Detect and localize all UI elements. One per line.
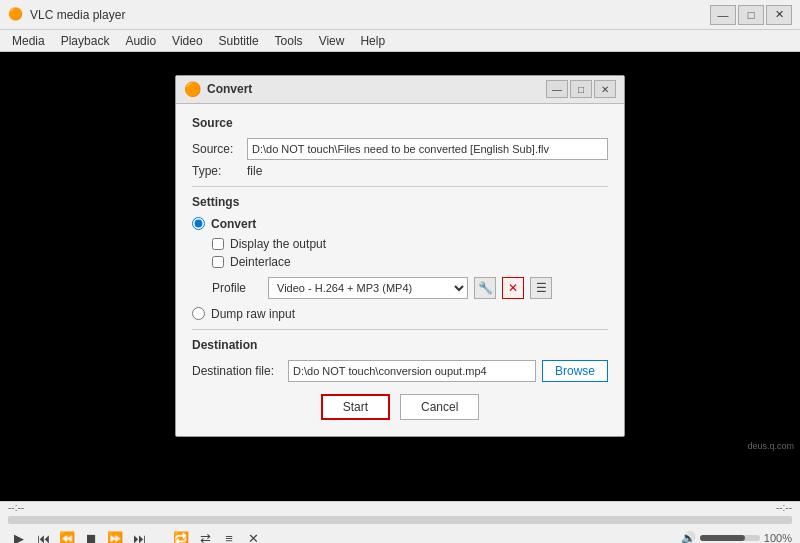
type-label: Type: bbox=[192, 164, 247, 178]
source-section: Source Source: Type: file bbox=[192, 116, 608, 178]
cancel-button[interactable]: Cancel bbox=[400, 394, 479, 420]
time-labels: --:-- --:-- bbox=[0, 502, 800, 513]
stop-button[interactable]: ⏹ bbox=[80, 527, 102, 543]
volume-bar[interactable] bbox=[700, 535, 760, 541]
forward-button[interactable]: ⏩ bbox=[104, 527, 126, 543]
title-bar: 🟠 VLC media player — □ ✕ bbox=[0, 0, 800, 30]
source-row: Source: bbox=[192, 138, 608, 160]
profile-select[interactable]: Video - H.264 + MP3 (MP4)Video - H.265 +… bbox=[268, 277, 468, 299]
dump-radio[interactable] bbox=[192, 307, 205, 320]
dialog-title-bar: 🟠 Convert — □ ✕ bbox=[176, 76, 624, 104]
type-row: Type: file bbox=[192, 164, 608, 178]
menu-help[interactable]: Help bbox=[352, 32, 393, 50]
destination-section-label: Destination bbox=[192, 338, 608, 352]
profile-edit-button[interactable]: ☰ bbox=[530, 277, 552, 299]
start-button[interactable]: Start bbox=[321, 394, 390, 420]
minimize-button[interactable]: — bbox=[710, 5, 736, 25]
dialog-controls: — □ ✕ bbox=[546, 80, 616, 98]
controls-row: ▶ ⏮ ⏪ ⏹ ⏩ ⏭ 🔁 ⇄ ≡ ✕ 🔊 100% bbox=[0, 524, 800, 543]
dialog-title: Convert bbox=[207, 82, 546, 96]
browse-button[interactable]: Browse bbox=[542, 360, 608, 382]
menu-video[interactable]: Video bbox=[164, 32, 210, 50]
dest-row: Destination file: Browse bbox=[192, 360, 608, 382]
time-elapsed: --:-- bbox=[8, 502, 24, 513]
menu-tools[interactable]: Tools bbox=[267, 32, 311, 50]
progress-bar[interactable] bbox=[8, 516, 792, 524]
playlist-button[interactable]: ≡ bbox=[218, 527, 240, 543]
deinterlace-checkbox[interactable] bbox=[212, 256, 224, 268]
random-button[interactable]: ⇄ bbox=[194, 527, 216, 543]
bottom-bar: --:-- --:-- ▶ ⏮ ⏪ ⏹ ⏩ ⏭ 🔁 ⇄ ≡ ✕ 🔊 100% bbox=[0, 501, 800, 543]
right-controls: 🔊 100% bbox=[681, 531, 792, 543]
dialog-maximize-button[interactable]: □ bbox=[570, 80, 592, 98]
profile-label: Profile bbox=[212, 281, 262, 295]
volume-label: 100% bbox=[764, 532, 792, 543]
convert-radio-row: Convert bbox=[192, 217, 608, 231]
dialog-body: Source Source: Type: file Settings bbox=[176, 104, 624, 436]
watermark: deus.q.com bbox=[747, 441, 794, 451]
source-input[interactable] bbox=[247, 138, 608, 160]
loop-button[interactable]: 🔁 bbox=[170, 527, 192, 543]
app-icon: 🟠 bbox=[8, 7, 24, 23]
modal-overlay: 🟠 Convert — □ ✕ Source Source: bbox=[0, 52, 800, 459]
dialog-footer: Start Cancel bbox=[192, 394, 608, 424]
settings-section: Settings Convert Display the output bbox=[192, 195, 608, 321]
profile-wrench-button[interactable]: 🔧 bbox=[474, 277, 496, 299]
settings-section-label: Settings bbox=[192, 195, 608, 209]
dialog-close-button[interactable]: ✕ bbox=[594, 80, 616, 98]
window-title: VLC media player bbox=[30, 8, 710, 22]
display-output-label: Display the output bbox=[230, 237, 326, 251]
dest-file-label: Destination file: bbox=[192, 364, 282, 378]
menu-subtitle[interactable]: Subtitle bbox=[211, 32, 267, 50]
backward-button[interactable]: ⏪ bbox=[56, 527, 78, 543]
dump-label: Dump raw input bbox=[211, 307, 295, 321]
deinterlace-label: Deinterlace bbox=[230, 255, 291, 269]
left-controls: ▶ ⏮ ⏪ ⏹ ⏩ ⏭ 🔁 ⇄ ≡ ✕ bbox=[8, 527, 264, 543]
display-output-checkbox[interactable] bbox=[212, 238, 224, 250]
main-video-area: 🟠 Convert — □ ✕ Source Source: bbox=[0, 52, 800, 501]
display-output-row: Display the output bbox=[212, 237, 608, 251]
source-section-label: Source bbox=[192, 116, 608, 130]
destination-section: Destination Destination file: Browse bbox=[192, 338, 608, 382]
extended-button[interactable]: ✕ bbox=[242, 527, 264, 543]
volume-fill bbox=[700, 535, 745, 541]
menu-view[interactable]: View bbox=[311, 32, 353, 50]
convert-dialog: 🟠 Convert — □ ✕ Source Source: bbox=[175, 75, 625, 437]
source-label: Source: bbox=[192, 142, 247, 156]
play-button[interactable]: ▶ bbox=[8, 527, 30, 543]
dump-radio-row: Dump raw input bbox=[192, 307, 608, 321]
menu-audio[interactable]: Audio bbox=[117, 32, 164, 50]
profile-delete-button[interactable]: ✕ bbox=[502, 277, 524, 299]
destination-input[interactable] bbox=[288, 360, 536, 382]
menu-bar: Media Playback Audio Video Subtitle Tool… bbox=[0, 30, 800, 52]
convert-label: Convert bbox=[211, 217, 256, 231]
time-remaining: --:-- bbox=[776, 502, 792, 513]
menu-playback[interactable]: Playback bbox=[53, 32, 118, 50]
maximize-button[interactable]: □ bbox=[738, 5, 764, 25]
convert-radio[interactable] bbox=[192, 217, 205, 230]
next-button[interactable]: ⏭ bbox=[128, 527, 150, 543]
volume-icon: 🔊 bbox=[681, 531, 696, 543]
deinterlace-row: Deinterlace bbox=[212, 255, 608, 269]
type-value: file bbox=[247, 164, 262, 178]
dialog-minimize-button[interactable]: — bbox=[546, 80, 568, 98]
profile-row: Profile Video - H.264 + MP3 (MP4)Video -… bbox=[212, 277, 608, 299]
dialog-title-icon: 🟠 bbox=[184, 81, 201, 97]
close-button[interactable]: ✕ bbox=[766, 5, 792, 25]
menu-media[interactable]: Media bbox=[4, 32, 53, 50]
prev-button[interactable]: ⏮ bbox=[32, 527, 54, 543]
window-controls: — □ ✕ bbox=[710, 5, 792, 25]
